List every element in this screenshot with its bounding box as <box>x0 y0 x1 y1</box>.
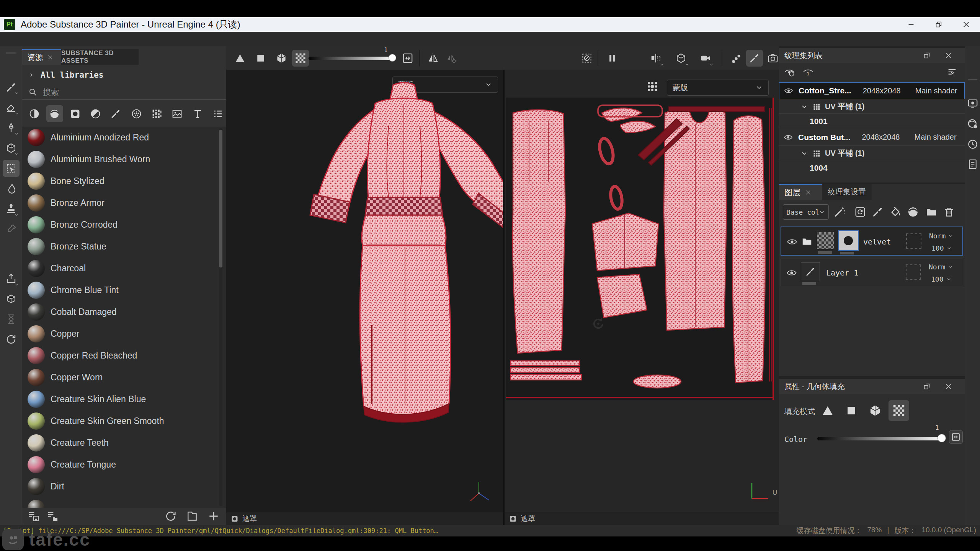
symmetry-settings-icon[interactable] <box>443 50 460 67</box>
fill-mode-quad-icon[interactable] <box>841 400 862 421</box>
material-item[interactable]: Creature Tongue <box>22 454 226 476</box>
uv-tile-grid-icon[interactable] <box>646 80 658 93</box>
add-effect-wand-icon[interactable] <box>833 206 846 218</box>
tab-substance-3d-assets[interactable]: SUBSTANCE 3D ASSETS <box>61 49 139 65</box>
color-swap-icon[interactable] <box>949 430 963 444</box>
undock-icon[interactable] <box>923 382 931 391</box>
eye-icon[interactable] <box>787 236 797 247</box>
displaygear-icon[interactable] <box>967 98 978 109</box>
material-item[interactable]: Dirt <box>22 476 226 497</box>
perspective-icon[interactable] <box>673 50 689 67</box>
shaderball-icon[interactable] <box>967 118 978 130</box>
close-icon[interactable] <box>805 189 811 196</box>
blend-mode-dropdown[interactable]: Norm <box>929 232 954 240</box>
color-slider[interactable] <box>817 437 944 440</box>
texture-set-row[interactable]: Cotton_Stre... 2048x2048 Main shader <box>779 82 965 99</box>
add-group-folder-icon[interactable] <box>925 206 938 218</box>
material-item[interactable]: Copper Worn <box>22 367 226 388</box>
tile-swap-icon[interactable] <box>399 50 416 67</box>
layer-mask-thumbnail[interactable] <box>817 232 834 249</box>
mask-toggle-label[interactable]: 遮罩 <box>521 514 535 524</box>
pen-icon[interactable] <box>3 119 20 136</box>
image-icon[interactable] <box>169 105 185 122</box>
material-item[interactable]: Cobalt Damaged <box>22 301 226 323</box>
eraser-icon[interactable] <box>3 99 20 116</box>
sync-icon[interactable] <box>3 331 20 348</box>
smudge-icon[interactable] <box>3 180 20 197</box>
opacity-dropdown[interactable]: 100 <box>931 244 952 252</box>
patterngrid-icon[interactable] <box>149 105 165 122</box>
dottedball-icon[interactable] <box>128 105 144 122</box>
color-slider-handle[interactable] <box>938 434 946 442</box>
halfmoon-icon[interactable] <box>26 105 42 122</box>
log-icon[interactable] <box>967 158 978 170</box>
deselect-icon[interactable] <box>578 50 595 67</box>
export-icon[interactable] <box>3 270 20 287</box>
chevron-down-icon[interactable] <box>800 103 808 111</box>
material-item[interactable]: Bronze Corroded <box>22 214 226 236</box>
tab-texture-set-settings[interactable]: 纹理集设置 <box>822 184 872 200</box>
fill-mode-uv-checker-icon[interactable] <box>889 400 909 421</box>
material-item[interactable]: Aluminium Anodized Red <box>22 127 226 148</box>
close-icon[interactable] <box>47 54 53 60</box>
restore-button[interactable] <box>925 17 952 32</box>
uv-canvas[interactable] <box>506 98 774 400</box>
material-item[interactable]: Copper Red Bleached <box>22 345 226 367</box>
add-smart-material-icon[interactable] <box>854 206 866 218</box>
close-icon[interactable] <box>944 51 953 60</box>
uv-tile-id-row[interactable]: 1001 <box>779 114 965 128</box>
fill-mode-mesh-icon[interactable] <box>865 400 885 421</box>
eye-sync-icon[interactable] <box>784 67 795 78</box>
maskedsquare-icon[interactable] <box>67 105 83 122</box>
uv-tile-row[interactable]: UV 平铺 (1) <box>779 100 965 114</box>
layer-content-thumbnail[interactable] <box>801 262 820 281</box>
camera-view-icon[interactable] <box>697 50 714 67</box>
particles-icon[interactable] <box>728 50 745 67</box>
close-button[interactable] <box>952 17 980 32</box>
material-item[interactable]: Bone Stylized <box>22 170 226 192</box>
eye-icon[interactable] <box>784 133 793 142</box>
delete-layer-icon[interactable] <box>943 206 955 218</box>
mask-toggle-label[interactable]: 遮罩 <box>242 514 257 524</box>
viewport-3d[interactable]: 蒙版 <box>226 70 503 512</box>
material-item[interactable]: Aluminium Brushed Worn <box>22 148 226 170</box>
all-libraries-row[interactable]: All libraries <box>22 68 226 82</box>
eye-single-icon[interactable] <box>803 67 813 78</box>
material-item[interactable]: Creature Teeth <box>22 432 226 454</box>
paint-mode-icon[interactable] <box>746 50 763 67</box>
viewport-2d[interactable]: 蒙版 <box>505 70 779 512</box>
material-item[interactable]: Creature Skin Alien Blue <box>22 388 226 410</box>
material-item[interactable] <box>22 497 226 508</box>
minimize-button[interactable] <box>897 17 925 32</box>
hourglass-icon[interactable] <box>3 311 20 328</box>
text-T-icon[interactable] <box>189 105 206 122</box>
material-item[interactable]: Bronze Armor <box>22 192 226 214</box>
add-smart-mask-icon[interactable] <box>907 206 919 218</box>
asset-search-input[interactable]: 搜索 <box>22 85 226 100</box>
fill-mode-uv-checker-icon[interactable] <box>292 50 309 67</box>
tab-layers[interactable]: 图层 <box>779 184 822 200</box>
newfolder-icon[interactable] <box>186 510 199 523</box>
symmetry-icon[interactable] <box>425 50 441 67</box>
pause-engine-icon[interactable] <box>604 50 621 67</box>
uv-tile-row[interactable]: UV 平铺 (1) <box>779 147 965 160</box>
texture-set-row[interactable]: Custom But... 2048x2048 Main shader <box>779 129 965 146</box>
add-fill-layer-icon[interactable] <box>889 206 902 218</box>
tab-assets[interactable]: 资源 <box>22 49 61 65</box>
eye-icon[interactable] <box>784 86 793 95</box>
halfcircle-icon[interactable] <box>87 105 104 122</box>
clock-icon[interactable] <box>967 139 978 150</box>
listsave-icon[interactable] <box>28 510 41 523</box>
ballswoosh-icon[interactable] <box>46 105 63 122</box>
uv-tile-id-row[interactable]: 1004 <box>779 161 965 175</box>
material-item[interactable]: Charcoal <box>22 258 226 279</box>
fill-mode-triangle-icon[interactable] <box>232 50 248 67</box>
dropper-icon[interactable] <box>3 221 20 238</box>
undock-icon[interactable] <box>923 51 931 60</box>
material-item[interactable]: Bronze Statue <box>22 236 226 258</box>
close-icon[interactable] <box>944 382 953 391</box>
refreshcircle-icon[interactable] <box>165 510 178 523</box>
viewport-split-icon[interactable] <box>647 50 664 67</box>
layer-content-thumbnail[interactable] <box>838 230 859 251</box>
assetbox-icon[interactable] <box>3 290 20 307</box>
